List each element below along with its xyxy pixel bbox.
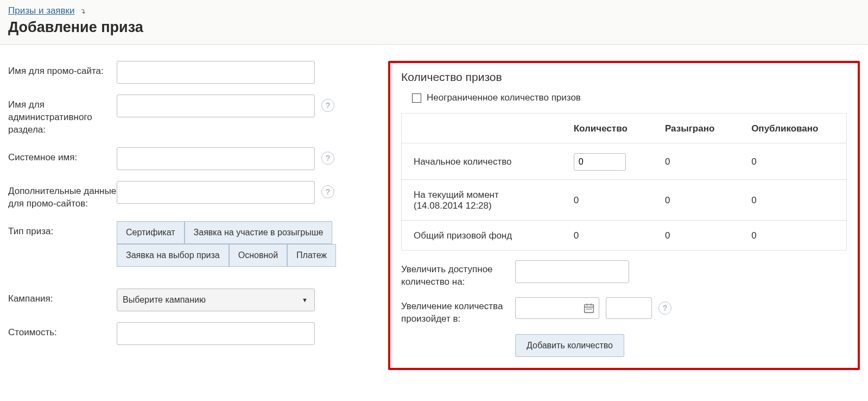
- cell-published: 0: [739, 180, 846, 221]
- label-admin-name: Имя для административного раздела:: [8, 95, 117, 136]
- chevron-down-icon: ▼: [302, 297, 308, 303]
- increase-by-input[interactable]: [515, 260, 629, 283]
- cost-input[interactable]: [117, 322, 315, 345]
- quantity-table: Количество Разыграно Опубликовано Началь…: [401, 113, 847, 250]
- cell-drawn: 0: [653, 143, 739, 180]
- prize-type-option-choice[interactable]: Заявка на выбор приза: [117, 244, 229, 267]
- prize-type-group: Сертификат Заявка на участие в розыгрыше…: [117, 221, 350, 267]
- cell-published: 0: [739, 221, 846, 250]
- extra-data-input[interactable]: [117, 181, 315, 204]
- prize-quantity-panel: Количество призов Неограниченное количес…: [388, 61, 860, 370]
- prize-type-option-raffle[interactable]: Заявка на участие в розыгрыше: [185, 221, 333, 244]
- help-icon[interactable]: ?: [321, 185, 334, 198]
- prize-type-option-certificate[interactable]: Сертификат: [117, 221, 185, 244]
- cell-label: На текущий момент (14.08.2014 12:28): [402, 180, 562, 221]
- breadcrumb-arrow-icon: ↴: [80, 7, 86, 15]
- label-increase-at: Увеличение количества произойдет в:: [401, 297, 504, 325]
- cell-published: 0: [739, 143, 846, 180]
- svg-point-5: [589, 309, 590, 309]
- unlimited-label: Неограниченное количество призов: [427, 92, 581, 103]
- svg-point-6: [591, 309, 591, 309]
- cell-qty: 0: [562, 180, 653, 221]
- initial-quantity-input[interactable]: [574, 153, 626, 171]
- th-quantity: Количество: [562, 114, 653, 143]
- breadcrumb: Призы и заявки ↴: [8, 5, 860, 16]
- label-campaign: Кампания:: [8, 289, 117, 305]
- add-quantity-button[interactable]: Добавить количество: [515, 334, 624, 357]
- help-icon[interactable]: ?: [658, 302, 671, 315]
- breadcrumb-link-prizes[interactable]: Призы и заявки: [8, 5, 75, 16]
- table-row: Начальное количество 0 0: [402, 143, 847, 180]
- help-icon[interactable]: ?: [321, 152, 334, 165]
- help-icon[interactable]: ?: [321, 99, 334, 112]
- admin-name-input[interactable]: [117, 95, 315, 117]
- cell-drawn: 0: [653, 180, 739, 221]
- cell-label: Начальное количество: [402, 143, 562, 180]
- table-row: Общий призовой фонд 0 0 0: [402, 221, 847, 250]
- campaign-select[interactable]: Выберите кампанию ▼: [117, 289, 315, 311]
- prize-type-option-main[interactable]: Основной: [229, 244, 287, 267]
- cell-label: Общий призовой фонд: [402, 221, 562, 250]
- system-name-input[interactable]: [117, 147, 315, 170]
- label-prize-type: Тип приза:: [8, 221, 117, 238]
- cell-qty: 0: [562, 221, 653, 250]
- th-drawn: Разыграно: [653, 114, 739, 143]
- campaign-select-value: Выберите кампанию: [123, 295, 206, 305]
- th-published: Опубликовано: [739, 114, 846, 143]
- unlimited-checkbox[interactable]: [412, 93, 421, 103]
- svg-point-4: [587, 309, 587, 309]
- table-header-row: Количество Разыграно Опубликовано: [402, 114, 847, 143]
- prize-form: Имя для промо-сайта: Имя для администрат…: [8, 61, 361, 370]
- table-row: На текущий момент (14.08.2014 12:28) 0 0…: [402, 180, 847, 221]
- prize-type-option-payment[interactable]: Платеж: [287, 244, 336, 267]
- label-extra-data: Дополнительные данные для промо-сайтов:: [8, 181, 117, 210]
- increase-at-time-input[interactable]: [606, 297, 652, 319]
- promo-name-input[interactable]: [117, 61, 315, 84]
- label-system-name: Системное имя:: [8, 147, 117, 164]
- page-title: Добавление приза: [8, 19, 860, 36]
- page-header: Призы и заявки ↴ Добавление приза: [0, 0, 868, 45]
- label-promo-name: Имя для промо-сайта:: [8, 61, 117, 78]
- calendar-icon[interactable]: [583, 302, 595, 314]
- label-increase-by: Увеличить доступное количество на:: [401, 260, 504, 289]
- label-cost: Стоимость:: [8, 322, 117, 339]
- cell-drawn: 0: [653, 221, 739, 250]
- th-label: [402, 114, 562, 143]
- panel-title: Количество призов: [401, 71, 847, 84]
